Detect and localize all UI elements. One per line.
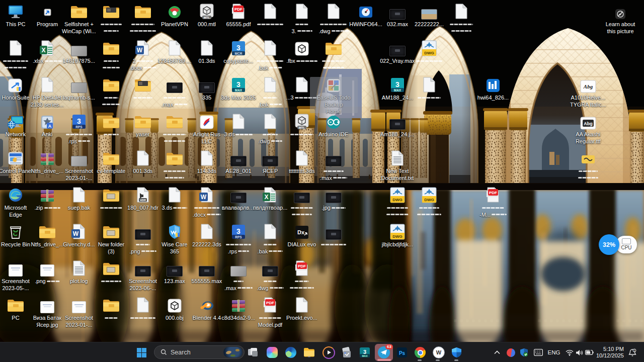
svg-text:PDF: PDF [489, 191, 497, 195]
svg-text:RPS: RPS [235, 235, 242, 239]
svg-text:PDF: PDF [234, 7, 243, 12]
svg-text:Abg: Abg [583, 83, 593, 89]
svg-text:RPS: RPS [75, 125, 83, 129]
svg-text:MAX: MAX [235, 88, 243, 92]
svg-text:A: A [48, 124, 52, 129]
svg-text:Dx: Dx [297, 229, 305, 235]
svg-text:DWG: DWG [424, 51, 434, 55]
svg-text:3: 3 [77, 117, 81, 125]
svg-text:Ps: Ps [399, 350, 406, 356]
svg-text:W: W [137, 47, 143, 54]
svg-text:3: 3 [395, 80, 399, 88]
svg-text:3: 3 [236, 227, 240, 235]
svg-text:MTL: MTL [204, 16, 210, 19]
svg-text:3: 3 [363, 349, 366, 355]
svg-text:X: X [264, 194, 268, 201]
svg-text:3: 3 [236, 44, 240, 52]
svg-text:DWG: DWG [392, 198, 403, 202]
svg-text:DWG: DWG [424, 198, 434, 202]
svg-text:1: 1 [633, 349, 635, 352]
svg-text:MAX: MAX [362, 354, 368, 357]
svg-text:MCR: MCR [235, 52, 243, 55]
svg-text:PDF: PDF [298, 264, 306, 268]
svg-text:HDR: HDR [140, 199, 146, 202]
svg-text:W: W [201, 194, 207, 201]
svg-text:W: W [73, 230, 79, 237]
svg-text:MTL: MTL [299, 126, 305, 129]
svg-text:MAX: MAX [394, 88, 401, 92]
svg-text:Abg: Abg [584, 121, 593, 126]
svg-text:PDF: PDF [266, 301, 274, 305]
svg-text:X: X [41, 47, 45, 54]
svg-text:DWG: DWG [392, 234, 403, 239]
svg-text:3: 3 [236, 80, 240, 88]
